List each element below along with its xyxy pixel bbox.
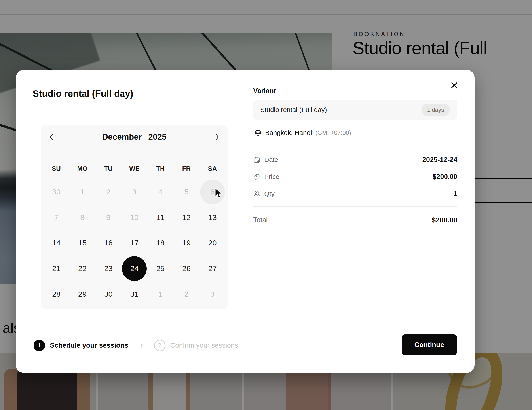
calendar-header: December 2025 (41, 130, 228, 144)
summary-row-qty: Qty 1 (253, 187, 457, 200)
people-icon (253, 190, 261, 198)
timezone-value: (GMT+07:00) (315, 129, 351, 136)
price-tag-icon: $ (253, 173, 261, 181)
day-cell-11[interactable]: 11 (147, 205, 173, 230)
qty-value: 1 (454, 190, 457, 198)
next-month-button[interactable] (210, 130, 224, 144)
day-cell-15[interactable]: 15 (69, 230, 95, 256)
day-cell-26[interactable]: 26 (173, 256, 200, 281)
svg-text:$: $ (256, 174, 258, 177)
day-cell-21[interactable]: 21 (43, 256, 69, 281)
month-label: December (102, 132, 142, 142)
day-cell-24[interactable]: 24 (121, 256, 147, 281)
close-icon (450, 81, 458, 89)
day-cell-4: 4 (147, 179, 173, 205)
price-value: $200.00 (433, 173, 457, 181)
calendar-weekdays: SUMOTUWETHFRSA (43, 158, 225, 179)
date-value: 2025-12-24 (422, 156, 457, 164)
calendar-grid: 3012345678910111213141516171819202122232… (43, 179, 225, 307)
day-cell-30: 30 (43, 179, 69, 205)
month-year-label: December 2025 (41, 130, 228, 144)
day-cell-3: 3 (121, 179, 147, 205)
day-cell-3: 3 (200, 281, 226, 307)
day-cell-17[interactable]: 17 (121, 230, 147, 256)
day-cell-19[interactable]: 19 (173, 230, 200, 256)
mouse-cursor (214, 187, 224, 200)
day-cell-12[interactable]: 12 (173, 205, 200, 230)
day-cell-8: 8 (69, 205, 95, 230)
step-1-circle: 1 (34, 340, 45, 351)
close-button[interactable] (449, 80, 459, 90)
day-cell-22[interactable]: 22 (69, 256, 95, 281)
day-cell-23[interactable]: 23 (95, 256, 122, 281)
calendar-card: December 2025 SUMOTUWETHFRSA 30123456789… (41, 125, 228, 309)
summary-row-price: $ Price $200.00 (253, 170, 457, 183)
weekday-su: SU (43, 158, 69, 179)
step-2-circle: 2 (154, 340, 165, 351)
calendar-icon (253, 156, 261, 163)
total-label: Total (253, 216, 267, 224)
day-cell-13[interactable]: 13 (200, 205, 226, 230)
variant-label: Variant (253, 87, 276, 95)
day-cell-2: 2 (173, 281, 200, 307)
step-chevron-icon (139, 343, 144, 348)
weekday-we: WE (121, 158, 147, 179)
step-2-label: Confirm your sessions (170, 342, 238, 350)
day-cell-1: 1 (147, 281, 173, 307)
day-cell-18[interactable]: 18 (147, 230, 173, 256)
variant-name: Studio rental (Full day) (260, 106, 327, 114)
day-cell-28[interactable]: 28 (43, 281, 69, 307)
chevron-right-icon (213, 133, 221, 141)
timezone-row: Bangkok, Hanoi (GMT+07:00) (255, 129, 351, 136)
price-label: Price (264, 173, 279, 181)
day-cell-25[interactable]: 25 (147, 256, 173, 281)
divider (253, 148, 457, 148)
day-cell-20[interactable]: 20 (200, 230, 226, 256)
duration-badge: 1 days (421, 104, 450, 116)
variant-card[interactable]: Studio rental (Full day) 1 days (253, 100, 457, 120)
day-cell-14[interactable]: 14 (43, 230, 69, 256)
day-cell-29[interactable]: 29 (69, 281, 95, 307)
year-label: 2025 (148, 132, 166, 142)
day-cell-1: 1 (69, 179, 95, 205)
qty-label: Qty (264, 190, 275, 198)
day-cell-9: 9 (95, 205, 122, 230)
day-cell-2: 2 (95, 179, 122, 205)
continue-button[interactable]: Continue (402, 334, 457, 355)
weekday-mo: MO (69, 158, 95, 179)
day-cell-10: 10 (121, 205, 147, 230)
total-row: Total $200.00 (253, 213, 457, 227)
location-name: Bangkok, Hanoi (265, 129, 312, 136)
step-indicator: 1 Schedule your sessions 2 Confirm your … (34, 337, 238, 354)
summary-row-date: Date 2025-12-24 (253, 153, 457, 166)
weekday-th: TH (147, 158, 173, 179)
globe-icon (255, 129, 262, 136)
day-cell-16[interactable]: 16 (95, 230, 122, 256)
day-cell-7: 7 (43, 205, 69, 230)
modal-title: Studio rental (Full day) (33, 88, 133, 99)
day-cell-31[interactable]: 31 (121, 281, 147, 307)
divider (253, 206, 457, 207)
day-cell-5: 5 (173, 179, 200, 205)
weekday-sa: SA (200, 158, 226, 179)
date-label: Date (264, 156, 278, 163)
total-value: $200.00 (432, 216, 457, 224)
day-cell-30[interactable]: 30 (95, 281, 122, 307)
step-1-label: Schedule your sessions (50, 342, 128, 350)
day-cell-27[interactable]: 27 (200, 256, 226, 281)
booking-modal: Studio rental (Full day) December 2025 S… (16, 70, 475, 373)
weekday-fr: FR (173, 158, 200, 179)
weekday-tu: TU (95, 158, 122, 179)
